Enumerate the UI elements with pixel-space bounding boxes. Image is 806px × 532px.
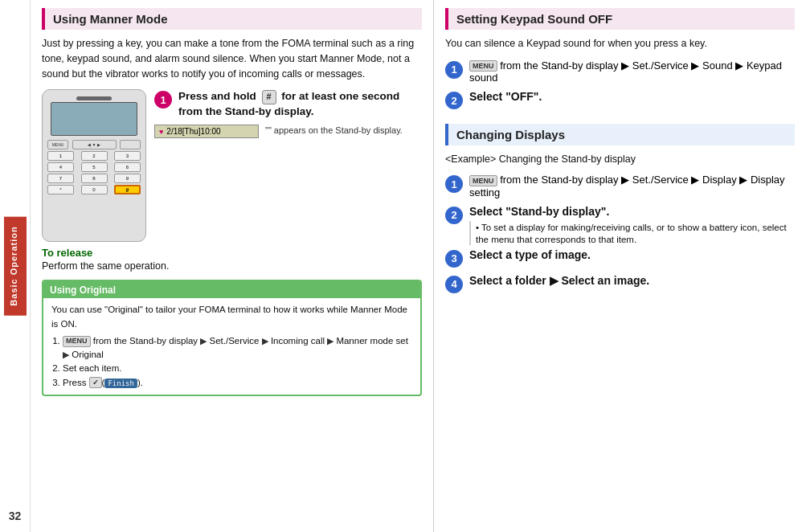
keypad-step1-row: 1 MENU from the Stand-by display ▶ Set./… bbox=[445, 59, 795, 84]
display-step4-row: 4 Select a folder ▶ Select an image. bbox=[445, 274, 795, 293]
chapter-tab: Basic Operation bbox=[4, 216, 27, 315]
keypad-sound-section: Setting Keypad Sound OFF You can silence… bbox=[445, 8, 795, 109]
menu-key-keypad: MENU bbox=[469, 60, 497, 72]
step1-area: MENU ◀ ▼ ▶ 1 2 3 4 5 6 bbox=[42, 89, 422, 242]
keypad-step2-text: Select "OFF". bbox=[469, 90, 542, 103]
to-release-section: To release Perform the same operation. bbox=[42, 247, 422, 272]
sidebar: Basic Operation 32 bbox=[0, 0, 31, 532]
using-original-content: You can use "Original" to tailor your FO… bbox=[43, 298, 420, 395]
keypad-step1-text: from the Stand-by display ▶ Set./Service… bbox=[469, 59, 782, 84]
display-step1-content: MENU from the Stand-by display ▶ Set./Se… bbox=[469, 174, 795, 198]
display-step1-row: 1 MENU from the Stand-by display ▶ Set./… bbox=[445, 174, 795, 198]
changing-displays-header: Changing Displays bbox=[445, 124, 795, 145]
original-list-item-3: Press ✓(Finish). bbox=[63, 376, 412, 390]
display-step1-number: 1 bbox=[445, 175, 463, 193]
display-step4-text: Select a folder ▶ Select an image. bbox=[469, 274, 649, 287]
display-step3-row: 3 Select a type of image. bbox=[445, 248, 795, 268]
check-key: ✓ bbox=[89, 377, 102, 388]
heart-icon: ♥ bbox=[159, 128, 163, 136]
keypad-step1-content: MENU from the Stand-by display ▶ Set./Se… bbox=[469, 59, 795, 84]
right-panel: Setting Keypad Sound OFF You can silence… bbox=[434, 0, 806, 532]
using-original-list: MENU from the Stand-by display ▶ Set./Se… bbox=[63, 334, 412, 390]
step1-text-area: 1 Press and hold # for at least one seco… bbox=[154, 89, 422, 138]
phone-screen bbox=[51, 102, 137, 136]
using-original-body: You can use "Original" to tailor your FO… bbox=[51, 303, 412, 331]
left-section-header: Using Manner Mode bbox=[42, 8, 422, 30]
left-intro-text: Just by pressing a key, you can make a t… bbox=[42, 36, 422, 81]
display-step3-text: Select a type of image. bbox=[469, 248, 591, 261]
to-release-text: Perform the same operation. bbox=[42, 260, 422, 272]
page-number: 32 bbox=[9, 509, 22, 522]
step1-number: 1 bbox=[154, 91, 172, 108]
main-content: Using Manner Mode Just by pressing a key… bbox=[31, 0, 806, 532]
display-step2-number: 2 bbox=[445, 207, 463, 224]
keypad-sound-header: Setting Keypad Sound OFF bbox=[445, 8, 795, 30]
original-list-item-1: MENU from the Stand-by display ▶ Set./Se… bbox=[63, 334, 412, 362]
standby-preview: ♥ 2/18[Thu]10:00 bbox=[154, 125, 259, 138]
display-step2-text: Select "Stand-by display". bbox=[469, 205, 795, 218]
keypad-step1-number: 1 bbox=[445, 61, 463, 79]
keypad-step2-row: 2 Select "OFF". bbox=[445, 90, 795, 109]
phone-keypad: MENU ◀ ▼ ▶ 1 2 3 4 5 6 bbox=[47, 140, 141, 231]
keypad-step2-number: 2 bbox=[445, 92, 463, 109]
display-step4-number: 4 bbox=[445, 276, 463, 293]
display-step2-bullet: • To set a display for making/receiving … bbox=[469, 221, 795, 245]
bullet-text: • bbox=[476, 223, 481, 232]
appears-text: "" appears on the Stand-by display. bbox=[265, 125, 403, 137]
phone-image: MENU ◀ ▼ ▶ 1 2 3 4 5 6 bbox=[42, 89, 146, 242]
changing-displays-section: Changing Displays <Example> Changing the… bbox=[445, 124, 795, 293]
display-step1-text: from the Stand-by display ▶ Set./Service… bbox=[469, 174, 785, 198]
display-step4-content: Select a folder ▶ Select an image. bbox=[469, 274, 795, 287]
keypad-sound-intro: You can silence a Keypad sound for when … bbox=[445, 36, 795, 51]
finish-key: Finish bbox=[104, 379, 137, 388]
keypad-step2-content: Select "OFF". bbox=[469, 90, 795, 103]
step1-text: Press and hold # for at least one second… bbox=[178, 89, 422, 120]
display-step3-content: Select a type of image. bbox=[469, 248, 795, 261]
bullet-content: To set a display for making/receiving ca… bbox=[476, 223, 787, 244]
using-original-box: Using Original You can use "Original" to… bbox=[42, 280, 422, 396]
using-original-label: Using Original bbox=[50, 284, 116, 296]
using-original-header: Using Original bbox=[43, 281, 420, 298]
display-step2-row: 2 Select "Stand-by display". • To set a … bbox=[445, 205, 795, 245]
menu-key-1: MENU bbox=[63, 336, 91, 347]
menu-key-display: MENU bbox=[469, 175, 497, 186]
to-release-label: To release bbox=[42, 247, 422, 259]
display-step3-number: 3 bbox=[445, 250, 463, 268]
original-list-item-2: Set each item. bbox=[63, 362, 412, 375]
phone-speaker bbox=[76, 96, 112, 100]
hash-key-icon: # bbox=[262, 90, 276, 104]
left-panel: Using Manner Mode Just by pressing a key… bbox=[31, 0, 434, 532]
changing-displays-example: <Example> Changing the Stand-by display bbox=[445, 152, 795, 167]
display-step2-content: Select "Stand-by display". • To set a di… bbox=[469, 205, 795, 245]
